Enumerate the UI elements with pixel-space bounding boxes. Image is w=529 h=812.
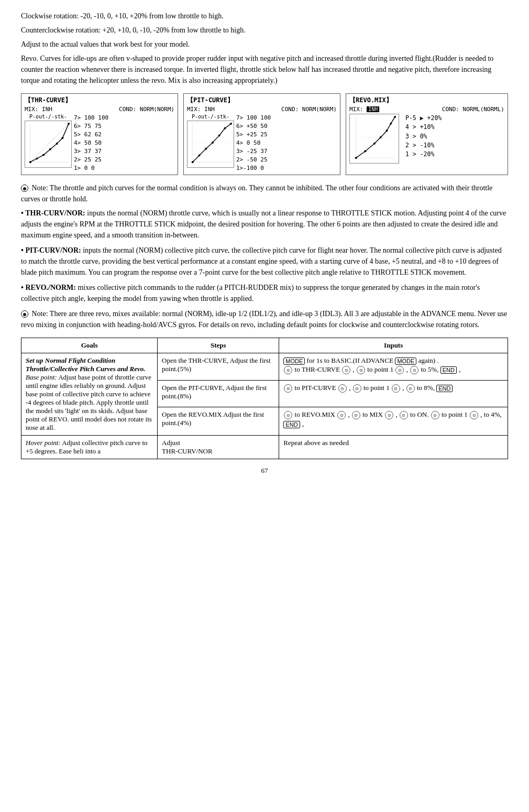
- bullet2-label: • PIT-CURV/NOR:: [21, 246, 81, 254]
- inputs-1a-pct: to 5%,: [421, 365, 440, 373]
- goals-cell-2: Hover point: Adjust collective pitch cur…: [21, 435, 158, 459]
- revo-graph: [349, 114, 399, 164]
- svg-point-3: [29, 161, 31, 163]
- inputs-1c-comma2: ,: [395, 410, 399, 418]
- steps-cell-1b: Open the PIT-CURVE, Adjust the first poi…: [158, 381, 279, 407]
- inputs-1a-thr: to THR-CURVE: [295, 365, 340, 373]
- svg-point-7: [56, 143, 58, 145]
- pit-cond: COND: NORM(NORM): [281, 106, 337, 113]
- revo-mix-diagram: 【REVO.MIX】 MIX: INH COND: NORML(NORML): [346, 93, 508, 175]
- main-table: Goals Steps Inputs Set up Normal Flight …: [21, 338, 508, 459]
- dial-icon-12: ⊙: [337, 411, 346, 419]
- dial-icon-15: ⊙: [400, 411, 408, 419]
- inputs-1c-comma1: ,: [348, 410, 351, 418]
- inputs-1a-comma1: ,: [353, 365, 357, 373]
- paragraph-2: Counterclockwise rotation: +20, +10, 0, …: [21, 25, 508, 36]
- end-btn-2: END: [436, 385, 453, 392]
- svg-point-29: [394, 116, 396, 118]
- inputs-1c-pct: , to 4%,: [480, 410, 501, 418]
- svg-point-9: [68, 123, 70, 125]
- note1-icon: ☻: [21, 185, 28, 192]
- inputs-1a-pre: for 1s to BASIC.(If ADVANCE: [307, 356, 395, 364]
- inputs-1c-dot: 。: [302, 420, 308, 428]
- dial-icon-11: ⊙: [284, 411, 292, 419]
- goals-base-point-label: Base point:: [26, 373, 57, 381]
- header-goals: Goals: [21, 338, 158, 353]
- page-number: 67: [21, 467, 508, 475]
- table-header-row: Goals Steps Inputs: [21, 338, 508, 353]
- svg-point-4: [36, 157, 38, 159]
- inputs-1b-pct: to 8%,: [417, 384, 436, 392]
- revo-mix-label: MIX: INH: [349, 106, 379, 113]
- svg-point-28: [390, 123, 392, 125]
- thr-values: 7> 100 100 6> 75 75 5> 62 62 4> 50 50 3>…: [74, 114, 108, 172]
- revo-cond: COND: NORML(NORML): [442, 106, 504, 113]
- note2-paragraph: ☻ Note: There are three revo, mixes avai…: [21, 308, 508, 330]
- dial-icon-8: ⊙: [353, 384, 361, 393]
- dial-icon-10: ⊙: [406, 384, 415, 393]
- bullet1-body: inputs the normal (NORM) throttle curve,…: [21, 209, 506, 239]
- inputs-1a-point: to point 1: [367, 365, 393, 373]
- goals-title: Set up Normal Flight Condition Throttle/…: [26, 356, 146, 373]
- pit-curve-diagram: 【PIT-CURVE】 MIX: INH COND: NORM(NORM) P-…: [183, 93, 340, 175]
- svg-point-24: [364, 150, 366, 153]
- svg-point-5: [42, 154, 45, 156]
- inputs-1c-revo: to REVO.MIX: [295, 410, 337, 418]
- svg-point-26: [380, 136, 382, 138]
- note2-icon: ☻: [21, 310, 28, 318]
- bullet2-text: • PIT-CURV/NOR: inputs the normal (NORM)…: [21, 245, 508, 278]
- svg-point-27: [386, 129, 388, 132]
- inputs-1b-comma2: ,: [402, 384, 406, 392]
- thr-curve-title: 【THR-CURVE】: [25, 96, 174, 105]
- inputs-1b-point: to point 1: [363, 384, 390, 392]
- svg-point-16: [212, 142, 214, 144]
- mode-btn-2: MODE: [395, 358, 416, 365]
- dial-icon-3: ⊙: [357, 366, 365, 374]
- bullet1-section: • THR-CURV/NOR: inputs the normal (NORM)…: [21, 208, 508, 241]
- inputs-1b-pit: to PIT-CURVE: [295, 384, 338, 392]
- dial-icon-16: ⊙: [431, 411, 439, 419]
- dial-icon-1: ⊙: [284, 366, 292, 374]
- bullet3-body: mixes collective pitch commands to the r…: [21, 284, 480, 302]
- goals-base-point-text: Adjust base point of throttle curve unti…: [26, 373, 152, 431]
- mode-btn-1: MODE: [283, 358, 305, 365]
- svg-point-14: [199, 155, 201, 157]
- pit-mix-label: MIX: INH: [187, 106, 215, 113]
- svg-point-19: [230, 123, 232, 125]
- svg-point-6: [49, 148, 51, 150]
- inputs-cell-1c: ⊙ to REVO.MIX ⊙ , ⊙ to MIX ⊙ , ⊙ to ON. …: [279, 407, 508, 435]
- end-btn-1: END: [440, 366, 457, 374]
- bullet2-body: inputs the normal (NORM) collective pitc…: [21, 246, 502, 276]
- paragraph-3: Adjust to the actual values that work be…: [21, 39, 508, 50]
- thr-graph: [25, 121, 72, 168]
- end-btn-3: END: [283, 421, 300, 428]
- revo-inh-label: INH: [367, 106, 379, 112]
- inputs-1b-comma1: ,: [349, 384, 352, 392]
- header-steps: Steps: [158, 338, 279, 353]
- bullet2-section: • PIT-CURV/NOR: inputs the normal (NORM)…: [21, 245, 508, 278]
- svg-point-25: [373, 143, 376, 145]
- inputs-1a-again: again) .: [418, 356, 439, 364]
- diagrams-row: 【THR-CURVE】 MIX: INH COND: NORM(NORM) P-…: [21, 93, 508, 175]
- paragraph-4: Revo. Curves for idle-ups are often v-sh…: [21, 53, 508, 86]
- inputs-cell-2: Repeat above as needed: [279, 435, 508, 459]
- dial-icon-2: ⊙: [342, 366, 350, 374]
- dial-icon-6: ⊙: [284, 384, 292, 393]
- steps-2-text: AdjustTHR-CURV/NOR: [162, 439, 212, 455]
- steps-cell-1c: Open the REVO.MIX Adjust the first point…: [158, 407, 279, 435]
- bullet3-text: • REVO./NORM: mixes collective pitch com…: [21, 282, 508, 304]
- bullet3-section: • REVO./NORM: mixes collective pitch com…: [21, 282, 508, 304]
- goals-cell-1: Set up Normal Flight Condition Throttle/…: [21, 353, 158, 435]
- thr-curve-diagram: 【THR-CURVE】 MIX: INH COND: NORM(NORM) P-…: [21, 93, 178, 175]
- thr-p-label: P-out-/-stk-: [25, 114, 72, 120]
- inputs-cell-1a: MODE for 1s to BASIC.(If ADVANCE MODE ag…: [279, 353, 508, 381]
- note1-text: Note: The throttle and pitch curves for …: [21, 184, 492, 203]
- dial-icon-7: ⊙: [338, 384, 347, 393]
- inputs-1a-comma2: ,: [406, 365, 410, 373]
- thr-mix-label: MIX: INH: [25, 106, 52, 113]
- table-row-1: Set up Normal Flight Condition Throttle/…: [21, 353, 508, 381]
- note2-text: Note: There are three revo, mixes availa…: [21, 310, 507, 329]
- note1-paragraph: ☻ Note: The throttle and pitch curves fo…: [21, 182, 508, 204]
- thr-cond: COND: NORM(NORM): [119, 106, 174, 113]
- inputs-1c-point: to point 1: [442, 410, 468, 418]
